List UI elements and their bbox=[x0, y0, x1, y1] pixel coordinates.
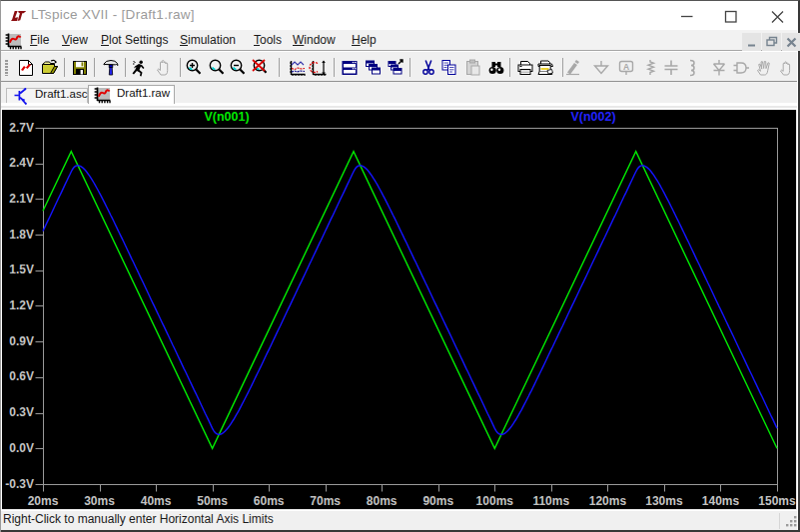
svg-text:A: A bbox=[623, 62, 629, 72]
